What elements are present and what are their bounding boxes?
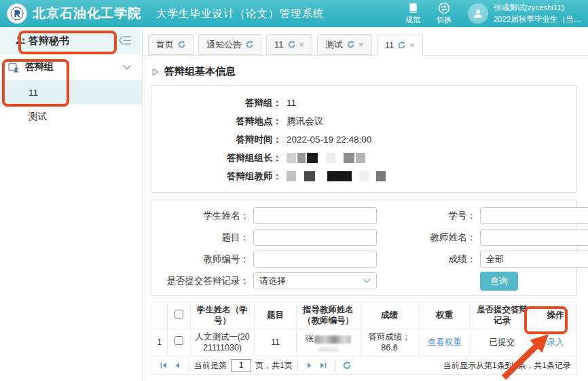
section-header: 答辩组基本信息 <box>152 65 577 78</box>
redacted-value <box>287 171 386 181</box>
last-page-icon[interactable] <box>319 361 327 369</box>
submitted-select[interactable]: 请选择 <box>253 272 377 289</box>
tab-test[interactable]: 测试 × <box>317 34 372 55</box>
col-student: 学生姓名（学号） <box>191 302 255 329</box>
view-weight-link[interactable]: 查看权重 <box>428 338 462 347</box>
avatar <box>468 3 488 24</box>
tab-label: 通知公告 <box>206 39 242 51</box>
score-cell: 答辩成绩：86.6 <box>361 329 419 357</box>
school-logo-icon <box>7 3 27 24</box>
info-value: 腾讯会议 <box>287 115 323 128</box>
first-page-icon[interactable] <box>160 361 168 369</box>
info-row: 答辩时间： 2022-05-19 22:48:00 <box>151 130 576 149</box>
sidebar-role-label: 答辩秘书 <box>29 35 69 48</box>
brand: 北京石油化工学院 大学生毕业设计（论文）管理系统 <box>7 3 325 24</box>
header-right: 规范 切换 张彧测试(zyceshi11) 2022届秋季毕业生（当… <box>405 2 581 25</box>
score-select-value: 全部 <box>486 253 504 266</box>
page-number-input[interactable] <box>231 359 251 372</box>
field-submitted: 是否提交答辩记录： 请选择 <box>153 272 377 290</box>
switch-role-button[interactable]: 切换 <box>437 2 452 25</box>
info-row: 答辩组组长： <box>151 149 576 167</box>
info-row: 答辩组教师： <box>151 167 576 185</box>
field-title: 题目： <box>153 228 377 247</box>
refresh-icon[interactable] <box>246 41 253 48</box>
tab-11-a[interactable]: 11 × <box>266 34 312 55</box>
refresh-icon[interactable] <box>398 41 405 49</box>
query-button[interactable]: 查询 <box>480 272 518 291</box>
switch-label: 切换 <box>437 15 452 25</box>
teacher-name-input[interactable] <box>480 229 588 246</box>
submitted-cell: 已提交 <box>471 329 534 357</box>
table-row: 1 人文测试一(2021111030) 11 张 答辩成绩：86.6 查看权重 … <box>151 329 577 357</box>
row-checkbox[interactable] <box>174 336 183 345</box>
pagination-summary: 当前显示从第1条到1条，共1条记录 <box>443 360 571 371</box>
field-label: 是否提交答辩记录： <box>153 275 249 287</box>
results-table: 学生姓名（学号） 题目 指导教师姓名（教师编号） 成绩 权重 是否提交答辩记录 … <box>151 302 577 357</box>
main-content: 答辩组基本信息 答辩组： 11 答辩地点： 腾讯会议 答辩时间： 2022-05… <box>143 56 588 381</box>
field-student-id: 学号： <box>380 206 588 225</box>
divider <box>335 361 335 371</box>
refresh-icon[interactable] <box>178 41 185 48</box>
select-all-checkbox[interactable] <box>174 310 183 319</box>
info-label: 答辩组组长： <box>151 152 282 164</box>
pagination-bar: 当前是第 页，共1页 当前显示从第1条到1条，共1条记录 <box>151 357 577 375</box>
student-id-input[interactable] <box>480 207 588 224</box>
checkbox-header <box>168 302 191 329</box>
chevron-down-icon <box>123 65 131 70</box>
section-title: 答辩组基本信息 <box>164 65 236 78</box>
field-label: 学生姓名： <box>153 210 249 222</box>
chevron-down-icon <box>363 278 371 283</box>
field-label: 题目： <box>153 232 249 244</box>
book-icon <box>407 2 419 14</box>
tab-notices[interactable]: 通知公告 <box>198 34 261 55</box>
col-weight: 权重 <box>419 302 471 329</box>
refresh-icon[interactable] <box>343 361 351 369</box>
system-title: 大学生毕业设计（论文）管理系统 <box>156 7 325 21</box>
field-teacher-id: 教师编号： <box>153 250 377 268</box>
field-student-name: 学生姓名： <box>153 206 377 225</box>
info-row: 答辩组： 11 <box>151 94 576 112</box>
sidebar-group-defense-groups[interactable]: 答辩组 <box>0 54 142 80</box>
submitted-select-value: 请选择 <box>259 275 286 287</box>
score-select[interactable]: 全部 <box>480 251 588 268</box>
refresh-icon[interactable] <box>288 41 295 48</box>
field-label: 成绩： <box>380 253 476 266</box>
info-label: 答辩时间： <box>151 134 282 146</box>
group-icon <box>8 62 19 73</box>
col-submitted: 是否提交答辩记录 <box>471 302 534 329</box>
redacted-value <box>287 153 365 163</box>
close-icon[interactable]: × <box>359 40 364 49</box>
title-input[interactable] <box>253 229 377 246</box>
standards-button[interactable]: 规范 <box>405 2 420 25</box>
rownum-header <box>151 302 168 329</box>
tab-11-b-active[interactable]: 11 × <box>377 35 423 56</box>
field-label: 教师编号： <box>153 253 249 266</box>
collapse-sidebar-icon[interactable] <box>119 35 131 46</box>
standards-label: 规范 <box>405 15 420 25</box>
prev-page-icon[interactable] <box>173 361 181 369</box>
divider <box>297 361 298 371</box>
next-page-icon[interactable] <box>306 361 314 369</box>
top-header: 北京石油化工学院 大学生毕业设计（论文）管理系统 规范 切换 张彧测试(zyce… <box>0 0 588 27</box>
student-name-input[interactable] <box>253 207 377 224</box>
sidebar-group-label: 答辩组 <box>25 61 54 73</box>
user-info[interactable]: 张彧测试(zyceshi11) 2022届秋季毕业生（当… <box>468 2 581 24</box>
sidebar-item-11[interactable]: 11 <box>0 80 142 105</box>
teacher-prefix: 张 <box>306 334 314 344</box>
teacher-id-input[interactable] <box>253 251 377 268</box>
redacted-text <box>314 335 351 344</box>
enter-score-link[interactable]: 录入 <box>547 338 564 347</box>
sidebar-item-test[interactable]: 测试 <box>0 105 142 129</box>
divider <box>189 361 189 371</box>
user-lines: 张彧测试(zyceshi11) 2022届秋季毕业生（当… <box>494 2 581 24</box>
sidebar-item-label: 测试 <box>29 111 47 123</box>
info-label: 答辩地点： <box>151 115 282 128</box>
col-teacher: 指导教师姓名（教师编号） <box>297 302 361 329</box>
close-icon[interactable]: × <box>409 41 415 50</box>
school-name: 北京石油化工学院 <box>33 5 141 22</box>
sidebar-item-label: 11 <box>29 88 38 98</box>
col-action: 操作 <box>534 302 577 329</box>
refresh-icon[interactable] <box>347 41 354 48</box>
tab-home[interactable]: 首页 <box>148 34 194 55</box>
close-icon[interactable]: × <box>299 40 305 49</box>
